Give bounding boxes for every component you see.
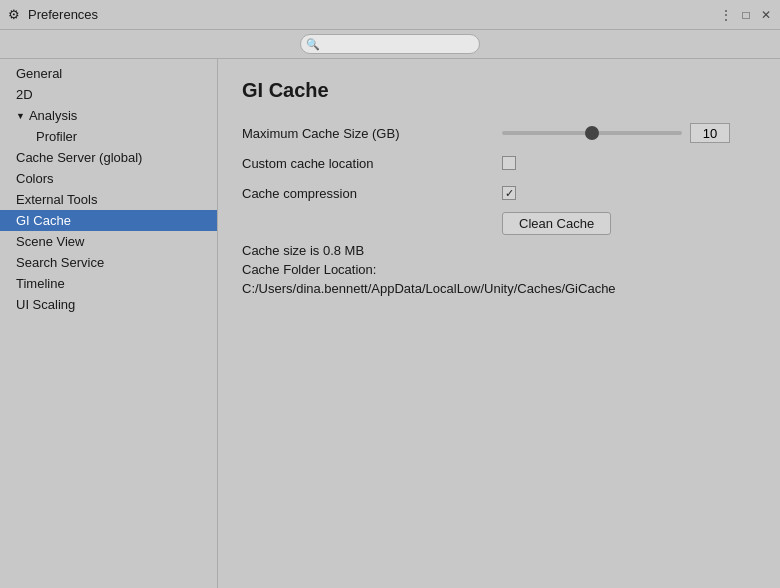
cache-size-text: Cache size is 0.8 MB xyxy=(242,243,756,258)
sidebar-item-ui-scaling[interactable]: UI Scaling xyxy=(0,294,217,315)
max-cache-row: Maximum Cache Size (GB) xyxy=(242,122,756,144)
max-cache-value-input[interactable] xyxy=(690,123,730,143)
main-layout: General 2D ▼ Analysis Profiler Cache Ser… xyxy=(0,59,780,588)
max-cache-slider[interactable] xyxy=(502,131,682,135)
sidebar-item-analysis[interactable]: ▼ Analysis xyxy=(0,105,217,126)
max-cache-control xyxy=(502,123,730,143)
sidebar-item-2d[interactable]: 2D xyxy=(0,84,217,105)
sidebar-item-profiler[interactable]: Profiler xyxy=(0,126,217,147)
sidebar-item-general[interactable]: General xyxy=(0,63,217,84)
max-cache-label: Maximum Cache Size (GB) xyxy=(242,126,502,141)
clean-cache-row: Clean Cache xyxy=(242,212,756,235)
clean-cache-button[interactable]: Clean Cache xyxy=(502,212,611,235)
sidebar-item-search-service[interactable]: Search Service xyxy=(0,252,217,273)
custom-cache-checkbox[interactable] xyxy=(502,156,516,170)
close-button[interactable]: ✕ xyxy=(758,7,774,23)
window-title: Preferences xyxy=(28,7,98,22)
cache-compression-label: Cache compression xyxy=(242,186,502,201)
custom-cache-control xyxy=(502,156,516,170)
sidebar-item-label: 2D xyxy=(16,87,33,102)
expand-icon: ▼ xyxy=(16,111,25,121)
content-area: GI Cache Maximum Cache Size (GB) Custom … xyxy=(218,59,780,588)
sidebar-item-label: General xyxy=(16,66,62,81)
sidebar-item-label: UI Scaling xyxy=(16,297,75,312)
cache-compression-checkbox[interactable] xyxy=(502,186,516,200)
sidebar-item-scene-view[interactable]: Scene View xyxy=(0,231,217,252)
custom-cache-label: Custom cache location xyxy=(242,156,502,171)
sidebar-item-cache-server[interactable]: Cache Server (global) xyxy=(0,147,217,168)
sidebar-item-gi-cache[interactable]: GI Cache xyxy=(0,210,217,231)
sidebar-item-timeline[interactable]: Timeline xyxy=(0,273,217,294)
search-wrapper: 🔍 xyxy=(300,34,480,54)
sidebar: General 2D ▼ Analysis Profiler Cache Ser… xyxy=(0,59,218,588)
menu-button[interactable]: ⋮ xyxy=(718,7,734,23)
title-bar: ⚙ Preferences ⋮ □ ✕ xyxy=(0,0,780,30)
gear-icon: ⚙ xyxy=(6,7,22,23)
cache-compression-control xyxy=(502,186,516,200)
maximize-button[interactable]: □ xyxy=(738,7,754,23)
title-bar-left: ⚙ Preferences xyxy=(6,7,98,23)
cache-folder-label: Cache Folder Location: xyxy=(242,262,756,277)
sidebar-item-label: Analysis xyxy=(29,108,77,123)
page-title: GI Cache xyxy=(242,79,756,102)
search-icon: 🔍 xyxy=(306,38,320,51)
title-bar-controls: ⋮ □ ✕ xyxy=(718,7,774,23)
sidebar-item-label: External Tools xyxy=(16,192,97,207)
sidebar-item-label: GI Cache xyxy=(16,213,71,228)
cache-folder-path: C:/Users/dina.bennett/AppData/LocalLow/U… xyxy=(242,281,756,296)
sidebar-item-label: Timeline xyxy=(16,276,65,291)
sidebar-item-label: Scene View xyxy=(16,234,84,249)
search-input[interactable] xyxy=(300,34,480,54)
sidebar-item-label: Search Service xyxy=(16,255,104,270)
sidebar-item-label: Profiler xyxy=(36,129,77,144)
sidebar-item-label: Cache Server (global) xyxy=(16,150,142,165)
custom-cache-row: Custom cache location xyxy=(242,152,756,174)
sidebar-item-colors[interactable]: Colors xyxy=(0,168,217,189)
search-bar: 🔍 xyxy=(0,30,780,59)
sidebar-item-label: Colors xyxy=(16,171,54,186)
cache-compression-row: Cache compression xyxy=(242,182,756,204)
sidebar-item-external-tools[interactable]: External Tools xyxy=(0,189,217,210)
